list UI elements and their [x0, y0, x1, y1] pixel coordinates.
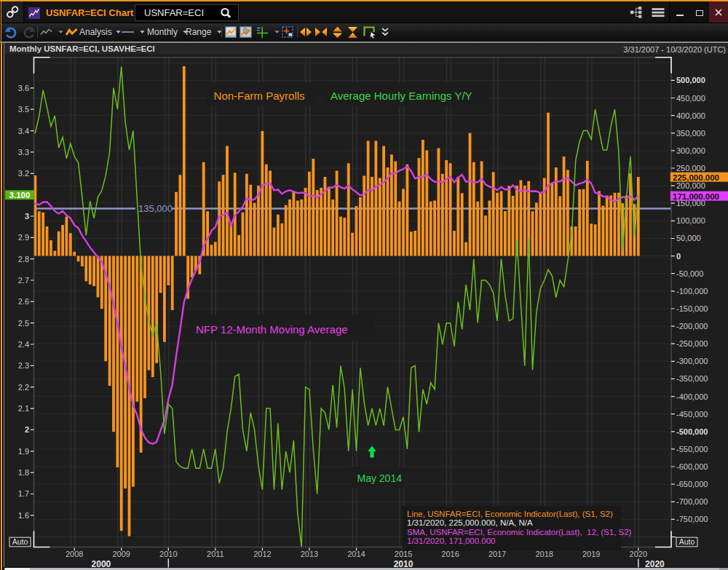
- left-axis-tick-label: 2: [25, 425, 29, 434]
- left-axis-tick-label: 3.2: [18, 169, 29, 178]
- left-axis-tick-label: 2.5: [18, 319, 29, 328]
- right-axis-tick-label: -600,000: [676, 462, 708, 471]
- level-line-label: 135,000: [138, 203, 173, 214]
- left-axis-tick-label: 2.1: [18, 404, 29, 413]
- green-up-arrow: [368, 446, 376, 458]
- x-axis-year-label: 2011: [207, 550, 224, 558]
- left-axis-tick-label: 1.8: [18, 468, 29, 477]
- x-axis-year-label: 2009: [113, 550, 130, 558]
- horizontal-scrollbar[interactable]: [4, 568, 728, 570]
- left-axis-tick-label: 2.8: [18, 255, 29, 264]
- x-axis-year-label: 2012: [253, 550, 271, 558]
- legend-line-0: Line, USNFAR=ECI, Economic Indicator(Las…: [407, 510, 613, 518]
- right-axis-tick-label: 0: [676, 252, 681, 261]
- left-axis-tick-label: 2.3: [18, 361, 29, 370]
- left-axis-tick-label: 1.6: [18, 511, 29, 520]
- x-axis-year-label: 2008: [66, 550, 83, 558]
- right-axis-tick-label: -50,000: [676, 269, 703, 278]
- nfp-current-value-label-text: 225,000.000: [673, 173, 719, 182]
- right-axis-tick-label: 100,000: [676, 216, 705, 225]
- left-axis-tick-label: 2.2: [18, 383, 29, 392]
- right-axis-tick-label: -150,000: [676, 304, 708, 313]
- right-axis-tick-label: -100,000: [676, 287, 708, 296]
- sma-current-value-label-text: 171,000.000: [673, 192, 719, 201]
- x-axis-year-label: 2010: [159, 550, 177, 558]
- right-axis-tick-label: -250,000: [676, 339, 708, 348]
- annotation-may2014[interactable]: May 2014: [357, 472, 403, 484]
- price-chart[interactable]: 135,0003.63.53.43.33.23.132.92.82.72.62.…: [0, 0, 728, 570]
- scrollbar-right-button[interactable]: [719, 568, 728, 570]
- left-axis-auto-button[interactable]: Auto: [9, 537, 31, 547]
- legend-line-3: 1/31/2020, 171,000.000: [407, 537, 496, 545]
- left-axis-tick-label: 3: [25, 212, 29, 221]
- right-axis-tick-label: -750,000: [676, 515, 708, 523]
- legend-line-2: SMA, USNFAR=ECI, Economic Indicator(Last…: [407, 528, 632, 537]
- right-axis-tick-label: -400,000: [676, 392, 708, 401]
- right-axis-tick-label: 350,000: [676, 129, 705, 138]
- annotation-sma[interactable]: NFP 12-Month Moving Average: [196, 323, 348, 336]
- annotation-nfp[interactable]: Non-Farm Payrolls: [214, 90, 305, 102]
- right-axis-tick-label: 250,000: [676, 164, 705, 173]
- svg-text:Auto: Auto: [12, 537, 28, 546]
- right-axis-tick-label: 50,000: [676, 234, 701, 242]
- left-axis-tick-label: 2.9: [18, 233, 29, 242]
- x-axis-year-label: 2014: [347, 550, 365, 558]
- x-axis-year-label: 2020: [630, 550, 647, 558]
- left-axis-ticks: [31, 88, 34, 515]
- right-axis-tick-label: -550,000: [676, 445, 708, 454]
- right-axis-tick-label: 200,000: [676, 181, 705, 190]
- left-axis-tick-label: 2.7: [18, 276, 29, 285]
- left-axis-tick-label: 2.6: [18, 297, 29, 306]
- left-axis-tick-label: 3.3: [18, 148, 29, 157]
- right-axis-tick-label: -700,000: [676, 497, 708, 506]
- left-axis-tick-label: 1.9: [18, 447, 29, 456]
- svg-text:Auto: Auto: [679, 537, 695, 546]
- x-axis-year-label: 2013: [301, 550, 318, 558]
- right-axis-tick-label: 300,000: [676, 146, 705, 155]
- right-axis-tick-label: 400,000: [676, 111, 705, 120]
- right-axis-tick-label: -200,000: [676, 322, 708, 330]
- right-axis-tick-label: 450,000: [676, 94, 705, 103]
- right-axis-tick-label: -300,000: [676, 357, 708, 365]
- nfp-bars[interactable]: [34, 66, 640, 537]
- left-axis-tick-label: 1.7: [18, 489, 29, 498]
- right-axis-tick-label: -450,000: [676, 410, 708, 419]
- right-axis-tick-label: -650,000: [676, 480, 708, 488]
- right-axis-ticks: [671, 80, 675, 519]
- right-axis-tick-label: 500,000: [676, 76, 705, 84]
- left-axis-tick-label: 3.6: [18, 84, 29, 92]
- ahe-current-value-text: 3.100: [9, 191, 31, 199]
- right-axis-tick-label: -350,000: [676, 374, 708, 383]
- left-axis-tick-label: 3.5: [18, 105, 29, 114]
- annotation-ahe[interactable]: Average Hourly Earnings Y/Y: [331, 90, 472, 102]
- application-window: { "window": { "top_border_color": "#f794…: [0, 0, 728, 570]
- left-axis-tick-label: 3.4: [18, 127, 29, 135]
- right-axis-auto-button[interactable]: Auto: [676, 537, 697, 547]
- right-axis-tick-label: -500,000: [676, 427, 708, 436]
- left-axis-tick-label: 2.4: [18, 340, 29, 349]
- legend-line-1: 1/31/2020, 225,000.000, N/A, N/A: [407, 518, 533, 527]
